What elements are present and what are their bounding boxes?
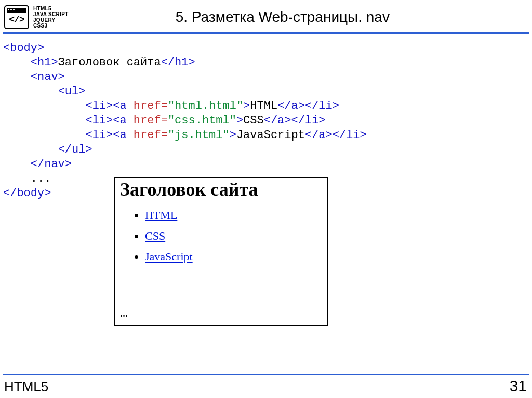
page-number: 31 bbox=[510, 377, 527, 395]
tag: <nav> bbox=[31, 71, 65, 84]
tag: <a bbox=[113, 100, 126, 113]
tag: <li> bbox=[85, 100, 113, 113]
tag: </nav> bbox=[31, 158, 72, 171]
tag: <h1> bbox=[31, 56, 58, 69]
tag: </ul> bbox=[58, 143, 92, 156]
attr: href= bbox=[127, 129, 168, 142]
logo-word: CSS3 bbox=[33, 23, 69, 29]
tag: </h1> bbox=[161, 56, 195, 69]
logo-word: JAVA SCRIPT bbox=[33, 11, 69, 17]
preview-link[interactable]: HTML bbox=[145, 209, 177, 222]
preview-list: HTML CSS JavaScript bbox=[120, 205, 322, 267]
tag: > bbox=[243, 100, 250, 113]
logo-word: HTML5 bbox=[33, 6, 69, 11]
attr-val: "css.html" bbox=[168, 114, 236, 127]
tag: </a> bbox=[277, 100, 305, 113]
preview-ellipsis: ... bbox=[120, 306, 128, 320]
tag: </a> bbox=[305, 129, 332, 142]
attr: href= bbox=[127, 114, 168, 127]
divider-bottom bbox=[3, 374, 529, 375]
rendered-preview: Заголовок сайта HTML CSS JavaScript ... bbox=[114, 177, 328, 326]
attr-val: "html.html" bbox=[168, 100, 243, 113]
tag: <a bbox=[113, 129, 126, 142]
tag: </li> bbox=[305, 100, 339, 113]
slide-header: </> HTML5 JAVA SCRIPT JQUERY CSS3 5. Раз… bbox=[0, 0, 532, 32]
tag: </li> bbox=[291, 114, 326, 127]
preview-heading: Заголовок сайта bbox=[120, 182, 322, 197]
tag: <li> bbox=[85, 114, 113, 127]
preview-link[interactable]: JavaScript bbox=[145, 250, 193, 263]
logo-icon: </> bbox=[4, 5, 29, 29]
code-text: CSS bbox=[243, 114, 264, 127]
tag: > bbox=[230, 129, 236, 142]
code-block: <body> <h1>Заголовок сайта</h1> <nav> <u… bbox=[0, 34, 532, 201]
slide-title: 5. Разметка Web-страницы. nav bbox=[176, 9, 421, 25]
code-text: Заголовок сайта bbox=[58, 56, 161, 69]
tag: </li> bbox=[332, 129, 367, 142]
logo-word: JQUERY bbox=[33, 17, 69, 23]
preview-link[interactable]: CSS bbox=[145, 229, 165, 242]
tag: </body> bbox=[3, 187, 51, 200]
attr-val: "js.html" bbox=[168, 129, 230, 142]
attr: href= bbox=[127, 100, 168, 113]
tag: > bbox=[236, 114, 243, 127]
code-text: JavaScript bbox=[236, 129, 305, 142]
tag: <ul> bbox=[58, 85, 86, 98]
footer-left: HTML5 bbox=[4, 379, 48, 395]
tag: <a bbox=[113, 114, 126, 127]
slide-footer: HTML5 31 bbox=[0, 377, 532, 398]
code-text: ... bbox=[31, 172, 51, 185]
tag: <body> bbox=[3, 42, 44, 54]
list-item: CSS bbox=[145, 226, 322, 246]
list-item: HTML bbox=[145, 205, 322, 226]
tag: <li> bbox=[85, 129, 113, 142]
tag: </a> bbox=[264, 114, 291, 127]
code-text: HTML bbox=[250, 100, 277, 113]
list-item: JavaScript bbox=[145, 246, 322, 267]
logo-glyph: </> bbox=[5, 15, 28, 25]
logo-text: HTML5 JAVA SCRIPT JQUERY CSS3 bbox=[33, 6, 69, 29]
